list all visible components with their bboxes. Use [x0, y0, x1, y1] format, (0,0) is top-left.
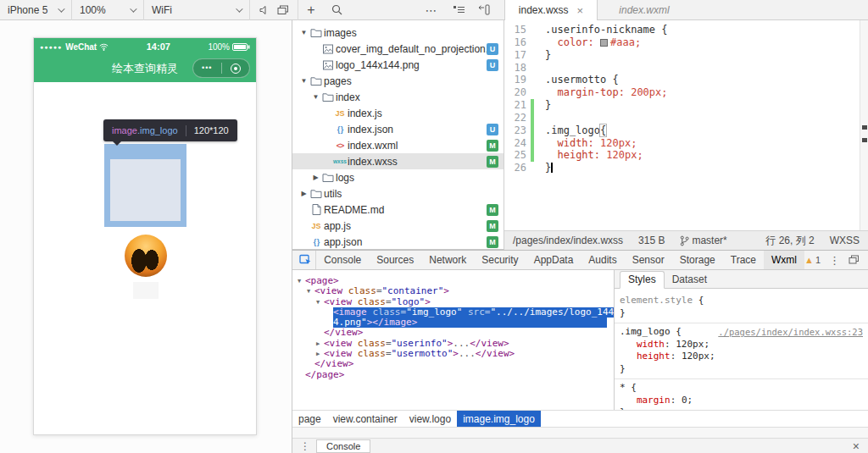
- breadcrumb-image-img_logo[interactable]: image.img_logo: [457, 411, 541, 427]
- code-line-18: 18: [504, 62, 868, 75]
- devtools-tab-audits[interactable]: Audits: [581, 251, 624, 269]
- breadcrumb-view-logo[interactable]: view.logo: [403, 411, 457, 427]
- tab-label: index.wxml: [619, 4, 669, 16]
- inspect-element-button[interactable]: [296, 251, 316, 269]
- dom-segment: </view>: [324, 327, 363, 338]
- capsule-more-button[interactable]: •••: [193, 64, 221, 72]
- speaker-button[interactable]: [255, 0, 274, 20]
- style-rule-row[interactable]: height: 120px;: [620, 351, 863, 363]
- style-rule-row[interactable]: }: [620, 363, 863, 376]
- devtools-tab-network[interactable]: Network: [421, 251, 474, 269]
- collapse-panel-button[interactable]: [475, 0, 493, 20]
- dom-segment: "container": [382, 285, 444, 296]
- signal-dots: ●●●●●: [40, 44, 62, 50]
- close-tab-icon[interactable]: ×: [577, 4, 584, 17]
- close-drawer-button[interactable]: ×: [853, 439, 860, 453]
- devtools-tab-sources[interactable]: Sources: [369, 251, 421, 269]
- styles-tab-styles[interactable]: Styles: [620, 271, 665, 289]
- expand-arrow-icon[interactable]: ▼: [299, 29, 309, 36]
- code-line-19: 19.usermotto {: [504, 74, 868, 86]
- add-button[interactable]: +: [302, 0, 320, 20]
- editor-scrollbar[interactable]: [860, 20, 868, 230]
- search-button[interactable]: [327, 0, 346, 20]
- more-button[interactable]: ⋯: [422, 0, 441, 20]
- folder-icon: [322, 92, 334, 102]
- style-rule-row[interactable]: * {: [620, 382, 863, 395]
- expand-arrow-icon[interactable]: ▶: [299, 190, 309, 197]
- style-rule-row[interactable]: }: [620, 307, 863, 320]
- user-avatar[interactable]: [125, 235, 167, 277]
- styles-tab-dataset[interactable]: Dataset: [665, 272, 715, 288]
- tree-item-logo_144x144.png[interactable]: logo_144x144.pngU: [292, 57, 504, 73]
- tree-item-utils[interactable]: ▶utils: [292, 185, 504, 202]
- line-number: 22: [504, 112, 526, 124]
- file-explorer: ▼imagescover_img_default_no_projection.p…: [292, 20, 504, 250]
- tree-item-index.wxss[interactable]: wxssindex.wxssM: [292, 153, 504, 169]
- style-rule-row[interactable]: margin: 0;: [620, 395, 863, 407]
- network-select[interactable]: WiFi: [144, 0, 250, 20]
- tree-item-index.wxml[interactable]: <>index.wxmlM: [292, 137, 504, 153]
- devtools-tab-storage[interactable]: Storage: [672, 251, 723, 269]
- stylesheet-source-link[interactable]: ./pages/index/index.wxss:23: [718, 326, 863, 339]
- image-file-icon: [323, 60, 333, 70]
- tree-toggle-icon[interactable]: ▼: [298, 276, 305, 286]
- style-segment: [620, 351, 637, 362]
- style-rule-section: * { margin: 0;}: [615, 379, 868, 410]
- breadcrumb-page[interactable]: page: [292, 411, 327, 427]
- style-rule-row[interactable]: width: 120px;: [620, 339, 863, 351]
- zoom-select[interactable]: 100%: [72, 0, 144, 20]
- tree-toggle-icon[interactable]: ▶: [316, 339, 324, 349]
- drawer-menu-button[interactable]: ⋮: [300, 440, 310, 452]
- js-file-icon: JS: [335, 109, 344, 118]
- windows-button[interactable]: [274, 0, 292, 20]
- tree-item-README.md[interactable]: README.mdM: [292, 202, 504, 218]
- list-button[interactable]: [449, 0, 468, 20]
- expand-arrow-icon[interactable]: ▶: [311, 174, 320, 181]
- code-segment: [545, 86, 557, 98]
- tree-item-index[interactable]: ▼index: [292, 89, 504, 105]
- expand-arrow-icon[interactable]: ▼: [311, 93, 320, 101]
- style-rule-row[interactable]: element.style {: [620, 295, 863, 307]
- horizontal-scrollbar[interactable]: [292, 427, 868, 439]
- dom-segment: class: [358, 296, 386, 307]
- tree-item-images[interactable]: ▼images: [292, 25, 504, 41]
- devtools-tab-wxml[interactable]: Wxml: [764, 251, 804, 269]
- editor-tab-index.wxml[interactable]: index.wxml: [598, 0, 691, 20]
- capsule-close-button[interactable]: [222, 64, 250, 74]
- devtools-tab-trace[interactable]: Trace: [723, 251, 764, 269]
- styles-content: element.style {}./pages/index/index.wxss…: [615, 289, 868, 410]
- tree-item-logs[interactable]: ▶logs: [292, 169, 504, 185]
- console-drawer-tab[interactable]: Console: [316, 439, 370, 453]
- tree-item-app.json[interactable]: { }app.jsonM: [292, 234, 504, 250]
- warning-counter[interactable]: ▲1: [804, 255, 821, 265]
- dom-node-line[interactable]: </page>: [292, 370, 614, 380]
- dom-segment: "usermotto": [392, 348, 453, 359]
- devtools-tab-sensor[interactable]: Sensor: [625, 251, 672, 269]
- tree-toggle-icon[interactable]: ▼: [307, 286, 314, 296]
- devtools-menu-button[interactable]: ⋮: [829, 254, 840, 267]
- simulator-panel: ●●●●● WeChat 14:07 100% 绘本查询精灵 •••: [0, 20, 292, 453]
- devtools-tab-security[interactable]: Security: [474, 251, 526, 269]
- style-rule-row[interactable]: ./pages/index/index.wxss:23.img_logo {: [620, 326, 863, 339]
- tree-item-index.json[interactable]: { }index.jsonU: [292, 121, 504, 137]
- code-text: color: #aaa;: [545, 36, 641, 49]
- devtools-tab-appdata[interactable]: AppData: [526, 251, 581, 269]
- tree-item-cover_img_default_no_projection.png[interactable]: cover_img_default_no_projection.pngU: [292, 41, 504, 57]
- file-name: app.json: [324, 236, 487, 248]
- breadcrumb-view-container[interactable]: view.container: [327, 411, 403, 427]
- undock-button[interactable]: [849, 254, 860, 267]
- editor-tab-index.wxss[interactable]: index.wxss×: [504, 0, 598, 20]
- code-editor[interactable]: 15.userinfo-nickname {16 color: #aaa;17}…: [504, 20, 868, 230]
- text-cursor: [551, 163, 553, 173]
- device-select[interactable]: iPhone 5: [0, 0, 72, 20]
- tree-item-app.js[interactable]: JSapp.jsM: [292, 218, 504, 234]
- devtools-tab-console[interactable]: Console: [316, 251, 369, 269]
- tree-toggle-icon[interactable]: ▼: [316, 297, 324, 307]
- style-segment: 0: [682, 395, 687, 406]
- code-text: }: [545, 99, 551, 112]
- code-segment: width:: [557, 137, 593, 149]
- expand-arrow-icon[interactable]: ▼: [299, 77, 309, 85]
- git-branch[interactable]: master*: [680, 235, 726, 246]
- tree-item-pages[interactable]: ▼pages: [292, 73, 504, 89]
- tree-item-index.js[interactable]: JSindex.js: [292, 105, 504, 121]
